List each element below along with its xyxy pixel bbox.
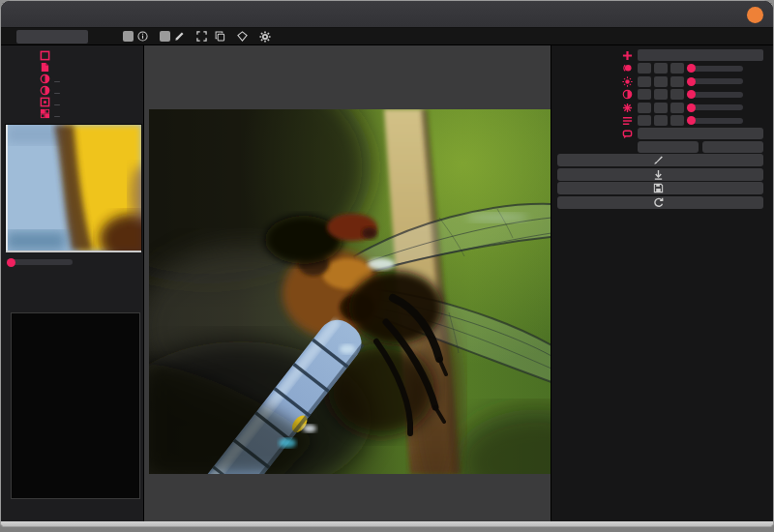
uv-checker-icon bbox=[39, 108, 51, 119]
info-panel bbox=[1, 45, 144, 521]
copy-icon bbox=[215, 31, 225, 42]
filter-row-desaturate bbox=[557, 115, 763, 127]
remove-filter-button[interactable] bbox=[670, 89, 684, 100]
info-row-rgbaf bbox=[3, 85, 141, 96]
compare-modified-button[interactable] bbox=[702, 141, 763, 153]
image-viewport[interactable] bbox=[144, 45, 551, 521]
remove-filter-button[interactable] bbox=[670, 76, 684, 87]
remove-filter-button[interactable] bbox=[670, 115, 684, 126]
move-up-button[interactable] bbox=[638, 89, 651, 100]
zoom-preview bbox=[5, 124, 142, 251]
filter-row-contrast bbox=[557, 89, 763, 101]
preview-crosshair-v bbox=[6, 125, 8, 251]
image-tiling-row bbox=[7, 259, 141, 265]
info-row-size bbox=[3, 50, 141, 61]
contrast-icon bbox=[620, 89, 635, 100]
position-icon bbox=[39, 97, 51, 107]
move-down-button[interactable] bbox=[654, 115, 668, 126]
filter-row bbox=[557, 49, 763, 61]
image-canvas[interactable] bbox=[149, 109, 551, 474]
reset-row bbox=[557, 128, 763, 139]
close-button[interactable] bbox=[747, 7, 763, 23]
pencil-icon bbox=[174, 31, 185, 42]
paste-icon bbox=[237, 31, 248, 42]
color-fringe-slider[interactable] bbox=[687, 66, 743, 72]
slider-knob[interactable] bbox=[687, 103, 696, 112]
image-tiling-slider[interactable] bbox=[7, 259, 73, 265]
edit-checkbox[interactable] bbox=[160, 31, 170, 42]
move-down-button[interactable] bbox=[654, 103, 668, 113]
fullscreen-icon[interactable] bbox=[196, 31, 207, 42]
info-row-rgba8 bbox=[3, 74, 141, 84]
move-up-button[interactable] bbox=[638, 103, 651, 113]
info-icon bbox=[137, 31, 148, 42]
info-checkbox[interactable] bbox=[123, 31, 134, 42]
contrast-slider[interactable] bbox=[687, 92, 743, 98]
save-icon bbox=[653, 183, 664, 193]
stat-transparent bbox=[7, 281, 141, 294]
compare-row bbox=[557, 141, 763, 153]
edit-toggle[interactable] bbox=[160, 31, 189, 42]
desaturate-icon bbox=[620, 115, 635, 126]
info-toggle[interactable] bbox=[123, 31, 152, 42]
slider-knob[interactable] bbox=[7, 258, 15, 267]
slider-knob[interactable] bbox=[687, 77, 696, 86]
info-row-uv bbox=[3, 108, 141, 119]
slider-knob[interactable] bbox=[687, 64, 696, 73]
paste-button[interactable] bbox=[237, 31, 252, 42]
main-area bbox=[1, 45, 773, 521]
reload-image-button[interactable] bbox=[557, 196, 763, 209]
stat-colors bbox=[7, 269, 141, 281]
stat-pixels bbox=[7, 294, 141, 307]
filter-dropdown[interactable] bbox=[638, 49, 763, 61]
reset-all-edits-button[interactable] bbox=[638, 128, 763, 139]
move-up-button[interactable] bbox=[638, 76, 651, 87]
titlebar[interactable] bbox=[1, 1, 773, 28]
file-icon bbox=[39, 62, 51, 73]
edit-panel bbox=[551, 45, 773, 521]
app-window bbox=[0, 0, 774, 527]
desaturate-slider[interactable] bbox=[687, 118, 743, 124]
overwrite-file-button[interactable] bbox=[557, 182, 763, 194]
gear-icon[interactable] bbox=[259, 31, 271, 43]
color-fringe-icon bbox=[620, 63, 635, 74]
uv-value bbox=[54, 116, 60, 117]
move-up-button[interactable] bbox=[638, 63, 651, 74]
paint-mode-button[interactable] bbox=[557, 154, 763, 166]
brush-icon bbox=[653, 155, 664, 165]
copy-button[interactable] bbox=[215, 31, 229, 42]
filter-row-color-fringe bbox=[557, 63, 763, 74]
channels-dropdown[interactable] bbox=[16, 30, 88, 44]
pos-value bbox=[54, 104, 60, 105]
filter-row-brightness bbox=[557, 75, 763, 87]
reset-icon bbox=[620, 129, 635, 139]
apply-all-edits-button[interactable] bbox=[557, 168, 763, 181]
info-row-pos bbox=[3, 97, 141, 107]
rgbaf-value bbox=[54, 93, 60, 94]
down-arrow-icon bbox=[653, 169, 664, 180]
move-down-button[interactable] bbox=[654, 63, 668, 74]
brightness-slider[interactable] bbox=[687, 78, 743, 84]
histogram bbox=[11, 312, 140, 499]
move-down-button[interactable] bbox=[654, 76, 668, 87]
add-filter-icon bbox=[620, 50, 635, 61]
rgba8-value bbox=[54, 81, 60, 82]
slider-knob[interactable] bbox=[687, 90, 696, 99]
size-icon bbox=[39, 50, 51, 61]
brightness-icon bbox=[620, 76, 635, 87]
rgba-float-icon bbox=[39, 85, 51, 96]
exposure-icon bbox=[620, 103, 635, 113]
window-controls bbox=[720, 1, 763, 28]
info-row-file bbox=[3, 62, 141, 73]
compare-original-button[interactable] bbox=[638, 141, 699, 153]
toolbar bbox=[1, 28, 773, 45]
slider-knob[interactable] bbox=[687, 116, 696, 125]
move-up-button[interactable] bbox=[638, 115, 651, 126]
rgba-icon bbox=[39, 74, 51, 84]
exposure-slider[interactable] bbox=[687, 104, 743, 110]
filter-row-exposure bbox=[557, 102, 763, 113]
move-down-button[interactable] bbox=[654, 89, 668, 100]
window-bottom-edge bbox=[1, 521, 773, 526]
remove-filter-button[interactable] bbox=[670, 103, 684, 113]
remove-filter-button[interactable] bbox=[670, 63, 684, 74]
